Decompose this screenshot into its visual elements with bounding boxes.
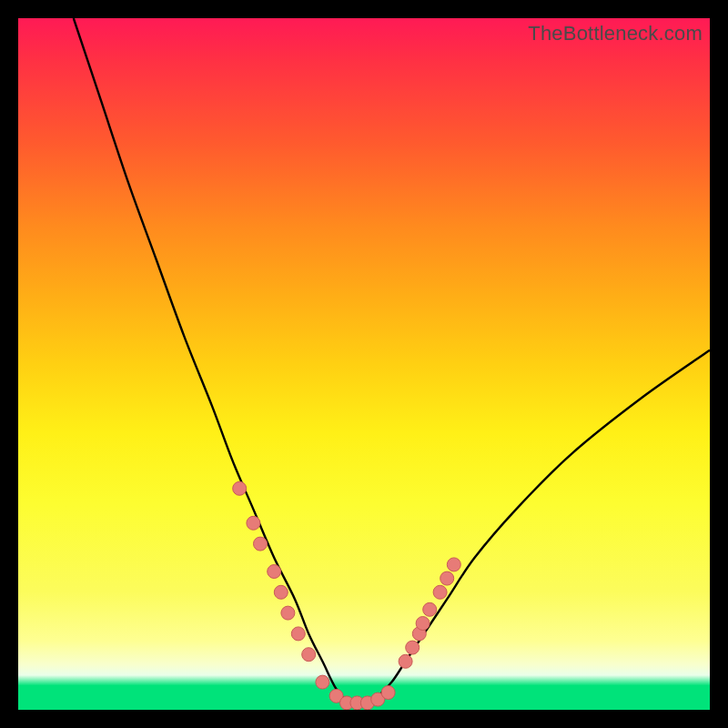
data-dot [399, 654, 412, 668]
data-dot [433, 585, 447, 599]
data-dot [302, 648, 316, 662]
data-dot [406, 641, 420, 654]
data-dot [316, 675, 329, 689]
data-dot [274, 585, 288, 599]
bottleneck-curve [74, 18, 710, 704]
data-dot [247, 516, 260, 530]
data-dot [447, 558, 460, 571]
data-dot [291, 627, 305, 641]
data-dot [233, 481, 247, 495]
data-dot [281, 606, 295, 620]
data-dot [254, 537, 268, 551]
plot-area: TheBottleneck.com [18, 18, 710, 710]
data-dot [423, 602, 437, 616]
data-dot [381, 686, 395, 700]
curve-svg [18, 18, 710, 710]
dot-group [233, 481, 461, 710]
chart-frame: TheBottleneck.com [18, 18, 710, 710]
data-dot [416, 617, 430, 631]
data-dot [268, 565, 281, 579]
data-dot [440, 571, 454, 585]
